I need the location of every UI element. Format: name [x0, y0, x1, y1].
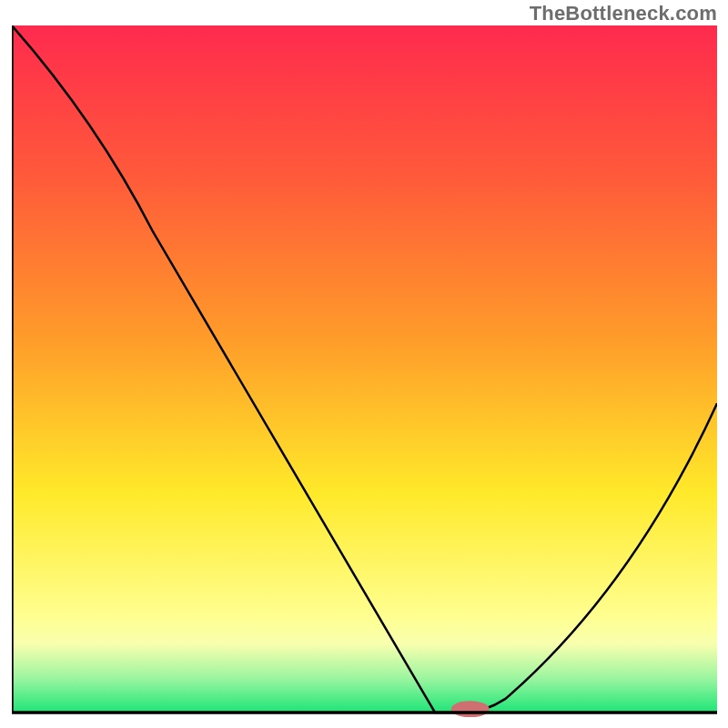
gradient-background — [12, 25, 717, 713]
plot-area — [12, 25, 717, 717]
chart-frame: TheBottleneck.com — [0, 0, 728, 728]
watermark-label: TheBottleneck.com — [530, 2, 717, 25]
marker-pill — [451, 701, 490, 717]
chart-svg — [12, 25, 717, 717]
